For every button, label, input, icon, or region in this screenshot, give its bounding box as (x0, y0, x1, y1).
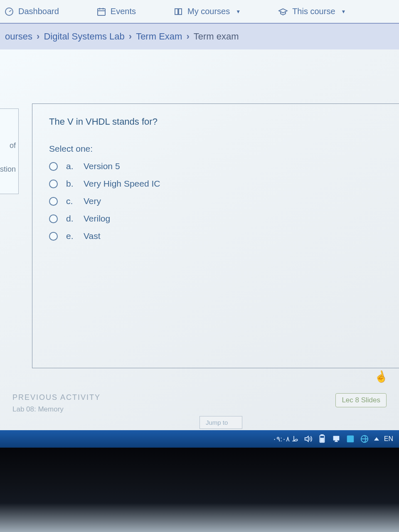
question-stion-label: stion (0, 165, 16, 174)
option-label: Very (84, 196, 101, 206)
app-icon[interactable] (346, 434, 355, 443)
radio-icon[interactable] (49, 197, 58, 206)
main-body: of stion The V in VHDL stands for? Selec… (0, 49, 399, 368)
option-label: Vast (84, 231, 100, 241)
nav-this-course[interactable]: This course ▼ (278, 7, 346, 17)
volume-icon[interactable] (303, 434, 313, 443)
nav-dashboard-label: Dashboard (18, 7, 59, 16)
question-text: The V in VHDL stands for? (49, 116, 387, 127)
option-label: Very High Speed IC (84, 179, 160, 189)
question-sidebar: of stion (0, 49, 19, 368)
radio-icon[interactable] (49, 180, 58, 188)
svg-rect-6 (347, 436, 354, 443)
option-letter: a. (66, 161, 75, 171)
nav-events-label: Events (111, 7, 136, 16)
radio-icon[interactable] (49, 232, 58, 241)
radio-icon[interactable] (49, 162, 58, 171)
breadcrumb: ourses › Digital Systems Lab › Term Exam… (0, 24, 399, 49)
svg-rect-5 (333, 436, 339, 441)
chevron-right-icon: › (129, 31, 132, 42)
breadcrumb-section[interactable]: Term Exam (136, 31, 182, 42)
top-nav: Dashboard Events My courses ▼ This cours… (0, 0, 399, 24)
option-b[interactable]: b. Very High Speed IC (49, 179, 387, 189)
hand-cursor-icon: ☝ (373, 369, 389, 384)
svg-rect-1 (98, 9, 105, 15)
option-letter: b. (66, 179, 75, 189)
windows-taskbar[interactable]: ط ٠٩:٠٨ EN (0, 430, 399, 448)
option-e[interactable]: e. Vast (49, 231, 387, 241)
question-of-label: of (10, 141, 16, 150)
question-info-card: of stion (0, 108, 19, 194)
option-c[interactable]: c. Very (49, 196, 387, 206)
action-center-icon[interactable] (332, 434, 341, 443)
previous-activity-link[interactable]: Lab 08: Memory (12, 405, 101, 414)
breadcrumb-course-name[interactable]: Digital Systems Lab (44, 31, 124, 42)
option-letter: d. (66, 214, 75, 224)
radio-icon[interactable] (49, 214, 58, 223)
book-icon (173, 7, 183, 17)
taskbar-clock[interactable]: ط ٠٩:٠٨ (273, 435, 298, 443)
show-hidden-icon[interactable] (374, 437, 379, 441)
nav-dashboard[interactable]: Dashboard (4, 7, 59, 17)
taskbar-language[interactable]: EN (384, 435, 393, 443)
option-letter: e. (66, 231, 75, 241)
battery-icon[interactable] (318, 434, 327, 443)
calendar-icon (96, 7, 106, 17)
laptop-bezel (0, 448, 399, 532)
nav-events[interactable]: Events (96, 7, 136, 17)
chevron-right-icon: › (37, 31, 39, 42)
dashboard-icon (4, 7, 14, 17)
option-label: Version 5 (84, 161, 120, 171)
option-letter: c. (66, 196, 75, 206)
breadcrumb-courses[interactable]: ourses (5, 31, 32, 42)
chevron-right-icon: › (186, 31, 189, 42)
previous-activity[interactable]: PREVIOUS ACTIVITY Lab 08: Memory (12, 393, 101, 414)
question-box: The V in VHDL stands for? Select one: a.… (32, 103, 399, 368)
option-label: Verilog (84, 214, 110, 224)
svg-rect-4 (320, 438, 323, 441)
footer-area: PREVIOUS ACTIVITY Lab 08: Memory ☝ Lec 8… (0, 368, 399, 430)
jump-to-select[interactable]: Jump to (200, 416, 242, 429)
svg-rect-3 (321, 435, 323, 436)
nav-my-courses[interactable]: My courses ▼ (173, 7, 241, 17)
browser-icon[interactable] (360, 434, 369, 443)
select-one-prompt: Select one: (49, 144, 387, 154)
breadcrumb-current: Term exam (194, 31, 239, 42)
nav-my-courses-label: My courses (187, 7, 230, 16)
chevron-down-icon: ▼ (341, 9, 346, 15)
nav-this-course-label: This course (292, 7, 335, 16)
option-a[interactable]: a. Version 5 (49, 161, 387, 171)
chevron-down-icon: ▼ (236, 9, 241, 15)
option-d[interactable]: d. Verilog (49, 214, 387, 224)
grad-cap-icon (278, 7, 288, 17)
lec-slides-button[interactable]: Lec 8 Slides (335, 393, 387, 407)
previous-activity-label: PREVIOUS ACTIVITY (12, 393, 101, 402)
